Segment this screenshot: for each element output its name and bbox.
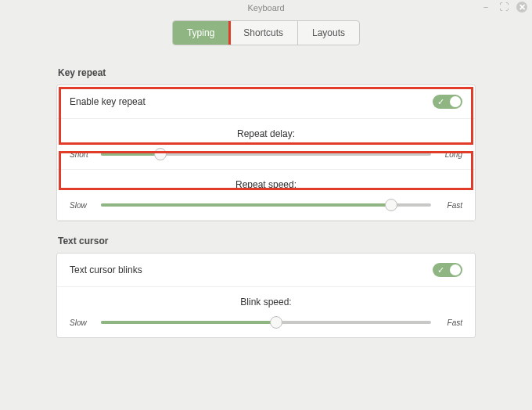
repeat-delay-label: Repeat delay: [70, 128, 462, 139]
slider-thumb[interactable] [385, 199, 397, 211]
minimize-icon[interactable]: － [480, 2, 491, 13]
tab-shortcuts[interactable]: Shortcuts [229, 21, 298, 45]
row-enable-key-repeat: Enable key repeat ✓ [57, 85, 475, 119]
tab-bar: Typing Shortcuts Layouts [0, 16, 532, 53]
slider-fill [101, 321, 276, 324]
titlebar: Keyboard － ⛶ ✕ [0, 0, 532, 16]
repeat-speed-slider[interactable] [101, 200, 431, 210]
tab-label: Shortcuts [243, 27, 283, 38]
slider-thumb[interactable] [154, 148, 167, 160]
repeat-delay-min-label: Short [70, 150, 95, 159]
tab-list: Typing Shortcuts Layouts [172, 20, 360, 45]
slider-fill [101, 203, 391, 207]
row-repeat-delay: Repeat delay: Short Long [57, 119, 475, 170]
blink-speed-label: Blink speed: [70, 297, 462, 308]
repeat-speed-max-label: Fast [437, 201, 462, 210]
repeat-delay-max-label: Long [437, 150, 462, 159]
repeat-speed-label: Repeat speed: [70, 179, 462, 190]
panel-key-repeat: Enable key repeat ✓ Repeat delay: Short … [56, 85, 476, 221]
check-icon: ✓ [437, 264, 444, 275]
text-cursor-blinks-switch[interactable]: ✓ [433, 263, 462, 277]
slider-thumb[interactable] [270, 316, 282, 329]
slider-fill [101, 153, 160, 156]
enable-key-repeat-label: Enable key repeat [70, 96, 146, 107]
section-title-key-repeat: Key repeat [58, 67, 476, 78]
maximize-icon[interactable]: ⛶ [498, 2, 509, 13]
row-repeat-speed: Repeat speed: Slow Fast [57, 170, 475, 221]
repeat-delay-slider[interactable] [101, 149, 431, 160]
row-text-cursor-blinks: Text cursor blinks ✓ [57, 254, 475, 287]
window-controls: － ⛶ ✕ [480, 2, 527, 13]
row-blink-speed: Blink speed: Slow Fast [57, 287, 475, 337]
blink-speed-min-label: Slow [70, 318, 95, 327]
blink-speed-slider[interactable] [101, 317, 431, 328]
window-title: Keyboard [247, 3, 284, 13]
text-cursor-blinks-label: Text cursor blinks [70, 264, 142, 275]
check-icon: ✓ [437, 96, 444, 107]
tab-label: Typing [187, 27, 214, 38]
enable-key-repeat-switch[interactable]: ✓ [433, 95, 462, 109]
repeat-speed-min-label: Slow [70, 201, 95, 210]
tab-typing[interactable]: Typing [173, 21, 229, 45]
tab-layouts[interactable]: Layouts [298, 21, 359, 45]
blink-speed-max-label: Fast [437, 318, 462, 327]
panel-text-cursor: Text cursor blinks ✓ Blink speed: Slow F… [56, 253, 476, 338]
close-icon[interactable]: ✕ [516, 2, 527, 13]
content-area: Key repeat Enable key repeat ✓ Repeat de… [0, 67, 532, 338]
section-title-text-cursor: Text cursor [58, 236, 476, 246]
tab-label: Layouts [312, 27, 345, 38]
